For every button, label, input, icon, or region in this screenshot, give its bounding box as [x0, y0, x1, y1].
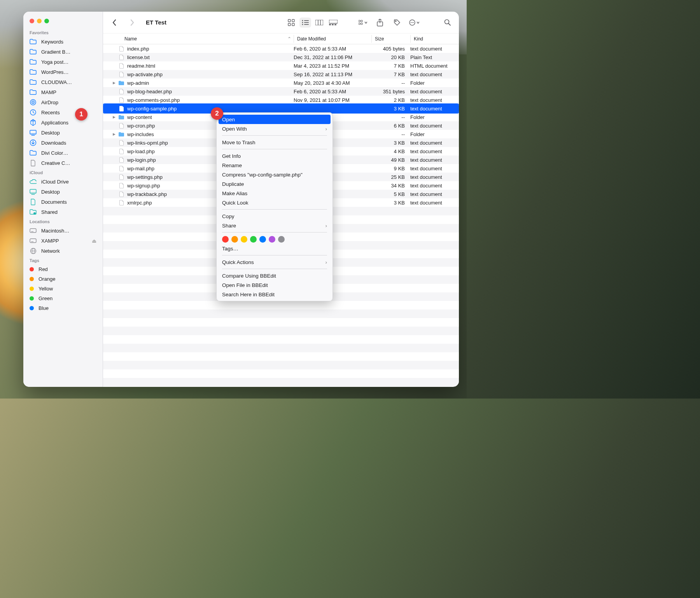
- tag-color-choice[interactable]: [259, 236, 266, 243]
- svg-rect-21: [288, 23, 290, 26]
- tag-color-choice[interactable]: [241, 236, 247, 243]
- disclosure-icon[interactable]: ▶: [113, 81, 116, 85]
- disclosure-icon[interactable]: ▶: [113, 132, 116, 136]
- sidebar-item[interactable]: MAMP: [23, 87, 103, 97]
- file-row[interactable]: wp-activate.phpSep 16, 2022 at 11:13 PM7…: [103, 70, 459, 79]
- file-row[interactable]: wp-comments-post.phpNov 9, 2021 at 10:07…: [103, 96, 459, 104]
- sidebar-item[interactable]: Desktop: [23, 187, 103, 197]
- ctx-duplicate[interactable]: Duplicate: [217, 179, 332, 189]
- file-size: 49 KB: [371, 157, 410, 163]
- sidebar-item[interactable]: Macintosh…: [23, 226, 103, 236]
- tag-color-choice[interactable]: [278, 236, 285, 243]
- sidebar-item[interactable]: CLOUDWA…: [23, 77, 103, 87]
- file-kind: text document: [410, 200, 459, 206]
- ctx-bbedit-open[interactable]: Open File in BBEdit: [217, 280, 332, 290]
- sidebar-item[interactable]: Divi Color…: [23, 148, 103, 158]
- sidebar-item-label: WordPres…: [41, 69, 69, 75]
- sidebar-item[interactable]: Yoga post…: [23, 57, 103, 67]
- view-gallery-button[interactable]: [327, 17, 339, 28]
- ctx-open-with[interactable]: Open With›: [217, 124, 332, 133]
- group-button[interactable]: [357, 17, 369, 28]
- file-row[interactable]: wp-config-sample.php3 KBtext document: [103, 104, 459, 113]
- back-button[interactable]: [108, 17, 120, 28]
- ctx-quicklook[interactable]: Quick Look: [217, 198, 332, 207]
- folder-icon: [30, 49, 37, 55]
- file-row[interactable]: wp-blog-header.phpFeb 6, 2020 at 5:33 AM…: [103, 87, 459, 96]
- empty-row: [103, 335, 459, 344]
- sidebar-item-label: Applications: [41, 120, 68, 126]
- svg-rect-39: [361, 23, 362, 24]
- shared-icon: [30, 209, 37, 215]
- sidebar-item[interactable]: Creative C…: [23, 158, 103, 168]
- tag-button[interactable]: [391, 17, 403, 28]
- ctx-trash[interactable]: Move to Trash: [217, 138, 332, 147]
- file-size: 405 bytes: [371, 46, 410, 52]
- tag-color-choice[interactable]: [222, 236, 229, 243]
- file-size: 20 KB: [371, 54, 410, 60]
- sidebar-item[interactable]: Documents: [23, 197, 103, 207]
- sidebar-item[interactable]: Green: [23, 294, 103, 303]
- svg-rect-26: [304, 22, 309, 23]
- sidebar-item[interactable]: XAMPP⏏: [23, 236, 103, 246]
- view-icons-button[interactable]: [285, 17, 297, 28]
- tag-color-choice[interactable]: [269, 236, 275, 243]
- disclosure-icon[interactable]: ▶: [113, 115, 116, 119]
- ctx-bbedit-search[interactable]: Search Here in BBEdit: [217, 290, 332, 299]
- file-date: Sep 16, 2022 at 11:13 PM: [294, 72, 371, 77]
- ctx-quick-actions[interactable]: Quick Actions›: [217, 257, 332, 267]
- sidebar-item[interactable]: AirDrop: [23, 97, 103, 107]
- sidebar-item[interactable]: iCloud Drive: [23, 177, 103, 187]
- sidebar-item[interactable]: Applications: [23, 117, 103, 128]
- file-kind: Folder: [410, 114, 459, 120]
- sidebar-item[interactable]: Shared: [23, 207, 103, 217]
- eject-icon[interactable]: ⏏: [92, 238, 96, 244]
- minimize-button[interactable]: [37, 19, 42, 23]
- forward-button[interactable]: [126, 17, 138, 28]
- folder-icon: [30, 89, 37, 95]
- file-row[interactable]: ▶wp-adminMay 20, 2023 at 4:30 AM--Folder: [103, 79, 459, 87]
- sidebar-item[interactable]: Recents: [23, 107, 103, 117]
- search-button[interactable]: [442, 17, 453, 28]
- file-row[interactable]: license.txtDec 31, 2022 at 11:06 PM20 KB…: [103, 53, 459, 61]
- tag-color-choice[interactable]: [231, 236, 238, 243]
- sidebar-item-label: Keywords: [41, 39, 63, 45]
- sidebar-item[interactable]: Network: [23, 246, 103, 256]
- file-row[interactable]: readme.htmlMar 4, 2023 at 11:52 PM7 KBHT…: [103, 61, 459, 70]
- file-row[interactable]: index.phpFeb 6, 2020 at 5:33 AM405 bytes…: [103, 44, 459, 53]
- ctx-tags[interactable]: Tags…: [217, 244, 332, 253]
- sidebar-item-label: iCloud Drive: [41, 179, 69, 185]
- file-icon: [118, 148, 125, 155]
- ctx-bbedit-compare[interactable]: Compare Using BBEdit: [217, 271, 332, 280]
- sidebar-item[interactable]: Red: [23, 264, 103, 274]
- sidebar-item-label: XAMPP: [41, 238, 59, 244]
- sidebar-item[interactable]: Gradient B…: [23, 47, 103, 57]
- column-date[interactable]: Date Modified: [294, 35, 371, 43]
- sidebar-item[interactable]: Downloads: [23, 138, 103, 148]
- column-name[interactable]: Name⌃: [103, 36, 294, 42]
- view-list-button[interactable]: [299, 17, 311, 28]
- sidebar-item[interactable]: Yellow: [23, 284, 103, 294]
- ctx-compress[interactable]: Compress "wp-config-sample.php": [217, 170, 332, 179]
- action-button[interactable]: [408, 17, 420, 28]
- sidebar-item[interactable]: WordPres…: [23, 67, 103, 77]
- file-kind: text document: [410, 149, 459, 154]
- ctx-get-info[interactable]: Get Info: [217, 151, 332, 161]
- sidebar-item[interactable]: Orange: [23, 274, 103, 284]
- maximize-button[interactable]: [44, 19, 49, 23]
- close-button[interactable]: [30, 19, 34, 23]
- view-columns-button[interactable]: [313, 17, 325, 28]
- ctx-copy[interactable]: Copy: [217, 212, 332, 221]
- column-size[interactable]: Size: [371, 35, 410, 43]
- tag-color-choice[interactable]: [250, 236, 257, 243]
- sidebar-item[interactable]: Blue: [23, 303, 103, 313]
- ctx-open[interactable]: Open: [219, 115, 331, 124]
- column-kind[interactable]: Kind: [410, 35, 459, 43]
- sidebar-item[interactable]: Keywords: [23, 37, 103, 47]
- ctx-rename[interactable]: Rename: [217, 161, 332, 170]
- ctx-alias[interactable]: Make Alias: [217, 189, 332, 198]
- folder-icon: [30, 69, 37, 75]
- ctx-share[interactable]: Share›: [217, 221, 332, 230]
- sidebar-item[interactable]: Desktop: [23, 128, 103, 138]
- sidebar-item-label: Network: [41, 248, 60, 254]
- share-button[interactable]: [374, 17, 386, 28]
